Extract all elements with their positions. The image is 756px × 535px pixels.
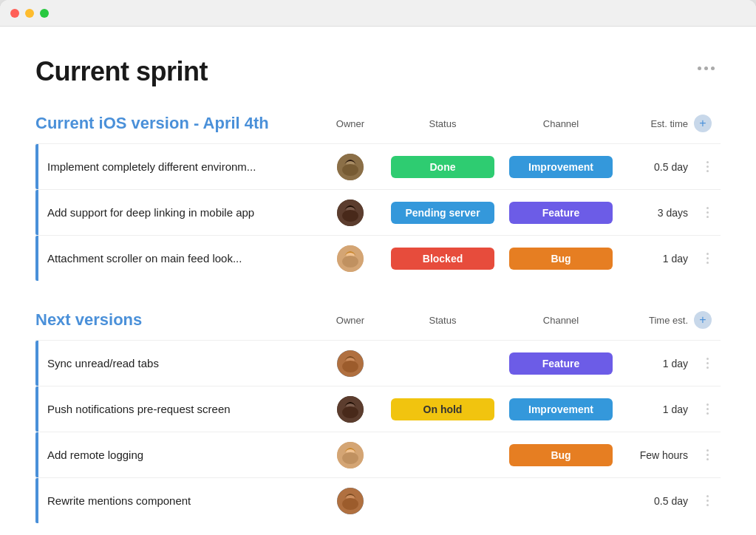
- row-options-button[interactable]: [704, 355, 712, 372]
- more-dot-1: [706, 161, 709, 163]
- avatar: [337, 350, 364, 377]
- svg-point-19: [342, 406, 358, 418]
- task-label: Rewrite mentions component: [38, 484, 317, 517]
- task-label: Attachment scroller on main feed look...: [38, 242, 317, 275]
- section-next-header: Next versionsOwnerStatusChannelTime est.…: [35, 310, 721, 330]
- status-cell: Blocked: [384, 248, 502, 270]
- more-dot-3: [706, 262, 709, 264]
- time-estimate: 0.5 day: [620, 495, 694, 507]
- owner-cell: [317, 350, 384, 377]
- more-dot-3: [706, 458, 709, 460]
- col-header-channel: Channel: [502, 118, 620, 129]
- close-button[interactable]: [10, 9, 19, 18]
- more-dot-1: [698, 67, 701, 70]
- time-estimate: 0.5 day: [620, 161, 694, 173]
- status-badge: Done: [391, 156, 494, 178]
- page-title: Current sprint: [35, 56, 208, 87]
- channel-cell: Feature: [502, 202, 620, 224]
- row-more-cell: [694, 446, 721, 463]
- table-row[interactable]: Push notifications pre-request screen On…: [35, 386, 721, 432]
- more-dot-3: [706, 504, 709, 506]
- row-more-cell: [694, 401, 721, 418]
- more-options-button[interactable]: [692, 64, 721, 73]
- more-dot-1: [706, 207, 709, 209]
- svg-point-7: [342, 210, 358, 222]
- more-dot-2: [706, 211, 709, 214]
- avatar: [337, 154, 364, 180]
- task-label: Add support for deep linking in mobile a…: [38, 196, 317, 229]
- table-ios: Implement completely different environm.…: [35, 143, 721, 281]
- table-row[interactable]: Add support for deep linking in mobile a…: [35, 189, 721, 235]
- add-row-button-ios[interactable]: +: [694, 115, 712, 132]
- page-content: Current sprint Current iOS version - Apr…: [0, 27, 756, 535]
- avatar: [337, 200, 364, 226]
- more-dot-2: [706, 408, 709, 410]
- row-options-button[interactable]: [704, 446, 712, 463]
- status-cell: On hold: [384, 398, 502, 420]
- svg-point-3: [342, 164, 358, 176]
- minimize-button[interactable]: [25, 9, 34, 18]
- table-row[interactable]: Add remote logging BugFew hours: [35, 432, 721, 477]
- more-dot-2: [706, 454, 709, 456]
- app-window: Current sprint Current iOS version - Apr…: [0, 0, 756, 535]
- more-dot-2: [706, 500, 709, 502]
- channel-badge: Feature: [509, 202, 613, 224]
- table-row[interactable]: Sync unread/read tabs Feature1 day: [35, 340, 721, 386]
- status-badge: On hold: [391, 398, 494, 420]
- maximize-button[interactable]: [40, 9, 49, 18]
- section-ios-title: Current iOS version - April 4th: [35, 114, 308, 133]
- channel-cell: Improvement: [502, 156, 620, 178]
- col-header-time: Time est.: [620, 315, 694, 326]
- time-estimate: Few hours: [620, 449, 694, 461]
- row-more-cell: [694, 158, 721, 175]
- channel-cell: Bug: [502, 248, 620, 270]
- avatar: [337, 396, 364, 423]
- svg-point-23: [342, 452, 358, 464]
- row-options-button[interactable]: [704, 204, 712, 221]
- row-options-button[interactable]: [704, 492, 712, 509]
- section-next: Next versionsOwnerStatusChannelTime est.…: [35, 310, 721, 523]
- owner-cell: [317, 488, 384, 514]
- owner-cell: [317, 154, 384, 180]
- col-header-owner: Owner: [317, 315, 384, 326]
- time-estimate: 1 day: [620, 403, 694, 415]
- table-row[interactable]: Rewrite mentions component 0.5 day: [35, 477, 721, 523]
- col-header-status: Status: [384, 118, 502, 129]
- channel-badge: Bug: [509, 248, 613, 270]
- channel-badge: Improvement: [509, 156, 613, 178]
- status-badge: Blocked: [391, 248, 494, 270]
- channel-badge: Improvement: [509, 398, 613, 420]
- channel-cell: Improvement: [502, 398, 620, 420]
- more-dot-2: [706, 257, 709, 259]
- more-dot-2: [704, 67, 708, 70]
- task-label: Push notifications pre-request screen: [38, 392, 317, 426]
- task-label: Implement completely different environm.…: [38, 150, 317, 183]
- sections-container: Current iOS version - April 4thOwnerStat…: [35, 114, 721, 523]
- time-estimate: 3 days: [620, 207, 694, 219]
- table-row[interactable]: Attachment scroller on main feed look...…: [35, 235, 721, 281]
- col-header-status: Status: [384, 315, 502, 326]
- row-options-button[interactable]: [704, 250, 712, 267]
- task-label: Sync unread/read tabs: [38, 347, 317, 380]
- status-badge: Pending server: [391, 202, 494, 224]
- col-headers-next: OwnerStatusChannelTime est.+: [308, 311, 721, 329]
- row-options-button[interactable]: [704, 401, 712, 418]
- row-more-cell: [694, 204, 721, 221]
- add-row-button-next[interactable]: +: [694, 311, 712, 329]
- more-dot-3: [711, 67, 715, 70]
- avatar: [337, 245, 364, 272]
- owner-cell: [317, 200, 384, 226]
- row-more-cell: [694, 355, 721, 372]
- more-dot-1: [706, 358, 709, 360]
- section-ios: Current iOS version - April 4thOwnerStat…: [35, 114, 721, 281]
- col-header-owner: Owner: [317, 118, 384, 129]
- row-more-cell: [694, 492, 721, 509]
- channel-badge: Feature: [509, 352, 613, 375]
- owner-cell: [317, 396, 384, 423]
- more-dot-2: [706, 362, 709, 364]
- table-row[interactable]: Implement completely different environm.…: [35, 143, 721, 189]
- more-dot-3: [706, 412, 709, 415]
- svg-point-27: [342, 498, 358, 510]
- row-more-cell: [694, 250, 721, 267]
- row-options-button[interactable]: [704, 158, 712, 175]
